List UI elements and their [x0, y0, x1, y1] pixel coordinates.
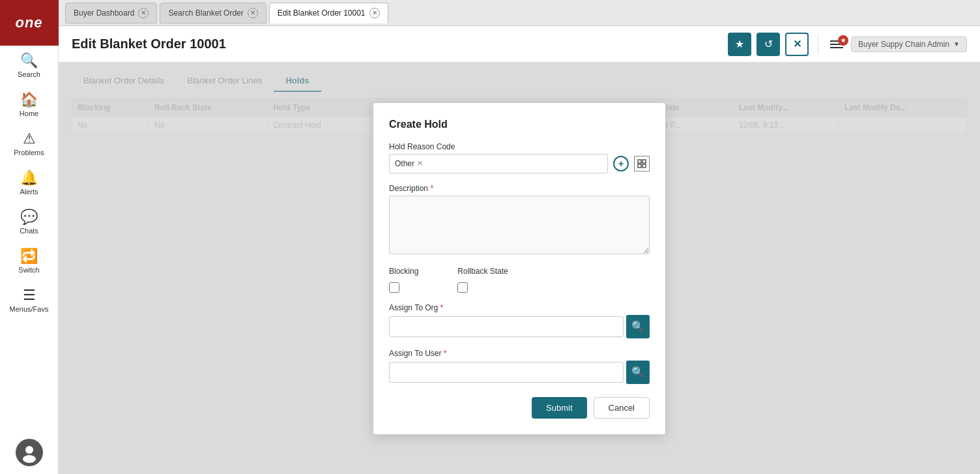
- rollback-checkbox-group: Rollback State: [457, 267, 508, 293]
- assign-to-user-label: Assign To User *: [389, 349, 650, 358]
- blocking-checkbox[interactable]: [389, 282, 399, 293]
- chats-icon: 💬: [20, 209, 38, 226]
- tab-close-edit-blanket-order[interactable]: ✕: [369, 8, 380, 18]
- hold-reason-code-input[interactable]: Other ✕: [389, 154, 608, 173]
- tab-buyer-dashboard[interactable]: Buyer Dashboard ✕: [65, 3, 157, 23]
- page-title: Edit Blanket Order 10001: [72, 37, 728, 52]
- assign-to-org-input-row: 🔍: [389, 315, 650, 338]
- notification-badge[interactable]: ★: [828, 38, 846, 51]
- assign-user-required: *: [444, 349, 447, 358]
- checkbox-group: Blocking Rollback State: [389, 267, 650, 293]
- assign-to-org-label: Assign To Org *: [389, 303, 650, 312]
- header-bar: Edit Blanket Order 10001 ★ ↺ ✕ ★: [59, 26, 980, 63]
- chevron-down-icon: ▼: [953, 40, 960, 48]
- sidebar-item-switch[interactable]: 🔁 Switch: [0, 241, 58, 280]
- assign-org-required: *: [440, 303, 444, 312]
- search-icon: 🔍: [20, 52, 38, 69]
- sidebar-item-chats[interactable]: 💬 Chats: [0, 202, 58, 241]
- create-hold-modal: Create Hold Hold Reason Code Other ✕ +: [373, 102, 666, 435]
- header-actions: ★ ↺ ✕ ★ Buyer Suppy Chain Admin: [728, 33, 967, 56]
- refresh-icon: ↺: [764, 38, 773, 50]
- tag-remove-icon[interactable]: ✕: [417, 159, 423, 168]
- close-button[interactable]: ✕: [785, 33, 809, 56]
- logo-text: one: [15, 14, 42, 31]
- description-required: *: [430, 184, 433, 193]
- user-label: Buyer Suppy Chain Admin: [858, 40, 949, 49]
- assign-to-user-input[interactable]: [389, 362, 624, 383]
- sidebar-item-problems[interactable]: ⚠ Problems: [0, 124, 58, 163]
- content-area: Blanket Order Details Blanket Order Line…: [59, 63, 980, 474]
- notification-dot: ★: [838, 35, 848, 46]
- assign-to-user-input-row: 🔍: [389, 361, 650, 384]
- main-content: Buyer Dashboard ✕ Search Blanket Order ✕…: [59, 0, 980, 474]
- tab-close-search-blanket-order[interactable]: ✕: [248, 8, 258, 18]
- separator: [818, 35, 818, 54]
- sidebar-item-search[interactable]: 🔍 Search: [0, 46, 58, 85]
- description-group: Description *: [389, 184, 650, 256]
- menu-line-3: [830, 47, 843, 48]
- refresh-button[interactable]: ↺: [757, 33, 780, 56]
- svg-point-0: [25, 446, 33, 454]
- search-icon: 🔍: [631, 320, 644, 333]
- star-icon: ★: [735, 38, 744, 50]
- svg-rect-4: [638, 164, 641, 168]
- tag-text: Other: [395, 159, 414, 168]
- sidebar-item-label: Home: [20, 110, 38, 117]
- submit-button[interactable]: Submit: [532, 397, 586, 419]
- svg-point-1: [23, 455, 36, 463]
- notif-icon: ★: [841, 37, 846, 44]
- problems-icon: ⚠: [23, 130, 36, 147]
- reason-code-extra-button[interactable]: [634, 156, 650, 171]
- tab-search-blanket-order[interactable]: Search Blanket Order ✕: [160, 3, 266, 23]
- sidebar-item-label: Search: [18, 70, 40, 78]
- assign-to-user-search-button[interactable]: 🔍: [626, 361, 650, 384]
- tab-edit-blanket-order[interactable]: Edit Blanket Order 10001 ✕: [269, 3, 388, 23]
- alerts-icon: 🔔: [20, 170, 38, 186]
- assign-to-org-group: Assign To Org * 🔍: [389, 303, 650, 338]
- description-textarea[interactable]: [389, 196, 650, 254]
- user-avatar[interactable]: [16, 439, 43, 466]
- tabs-bar: Buyer Dashboard ✕ Search Blanket Order ✕…: [59, 0, 980, 26]
- hold-reason-tag: Other ✕: [395, 159, 423, 168]
- sidebar-item-label: Problems: [14, 149, 44, 156]
- tab-label: Buyer Dashboard: [74, 8, 134, 18]
- sidebar-item-menus[interactable]: ☰ Menus/Favs: [0, 280, 58, 319]
- assign-to-user-group: Assign To User * 🔍: [389, 349, 650, 384]
- modal-footer: Submit Cancel: [389, 397, 650, 419]
- assign-to-org-search-button[interactable]: 🔍: [626, 315, 650, 338]
- tab-label: Search Blanket Order: [168, 8, 243, 18]
- cancel-button[interactable]: Cancel: [594, 397, 650, 419]
- svg-rect-3: [642, 160, 646, 163]
- rollback-checkbox[interactable]: [457, 282, 468, 293]
- user-dropdown[interactable]: Buyer Suppy Chain Admin ▼: [851, 37, 967, 52]
- favorite-button[interactable]: ★: [728, 33, 751, 56]
- modal-overlay: Create Hold Hold Reason Code Other ✕ +: [59, 63, 980, 474]
- sidebar-item-alerts[interactable]: 🔔 Alerts: [0, 163, 58, 202]
- rollback-label: Rollback State: [457, 267, 508, 276]
- sidebar-item-label: Switch: [18, 266, 39, 274]
- blocking-checkbox-group: Blocking: [389, 267, 418, 293]
- app-logo[interactable]: one: [0, 0, 59, 46]
- home-icon: 🏠: [20, 91, 38, 108]
- hold-reason-code-row: Other ✕ +: [389, 154, 650, 173]
- sidebar: one 🔍 Search 🏠 Home ⚠ Problems 🔔 Alerts …: [0, 0, 59, 474]
- search-icon: 🔍: [631, 366, 644, 378]
- menus-icon: ☰: [23, 287, 36, 304]
- close-icon: ✕: [793, 38, 801, 50]
- svg-rect-2: [638, 160, 641, 163]
- sidebar-item-home[interactable]: 🏠 Home: [0, 85, 58, 124]
- assign-to-org-input[interactable]: [389, 316, 624, 337]
- hold-reason-code-label: Hold Reason Code: [389, 142, 650, 151]
- tab-label: Edit Blanket Order 10001: [278, 8, 366, 18]
- sidebar-item-label: Alerts: [20, 188, 38, 196]
- description-label: Description *: [389, 184, 650, 193]
- sidebar-item-label: Menus/Favs: [10, 305, 49, 313]
- add-reason-code-button[interactable]: +: [613, 156, 629, 171]
- blocking-rollback-group: Blocking Rollback State: [389, 267, 650, 293]
- tab-close-buyer-dashboard[interactable]: ✕: [138, 8, 149, 18]
- svg-rect-5: [642, 164, 646, 168]
- switch-icon: 🔁: [20, 248, 38, 265]
- hold-reason-code-group: Hold Reason Code Other ✕ +: [389, 142, 650, 173]
- blocking-label: Blocking: [389, 267, 418, 276]
- modal-title: Create Hold: [389, 119, 650, 130]
